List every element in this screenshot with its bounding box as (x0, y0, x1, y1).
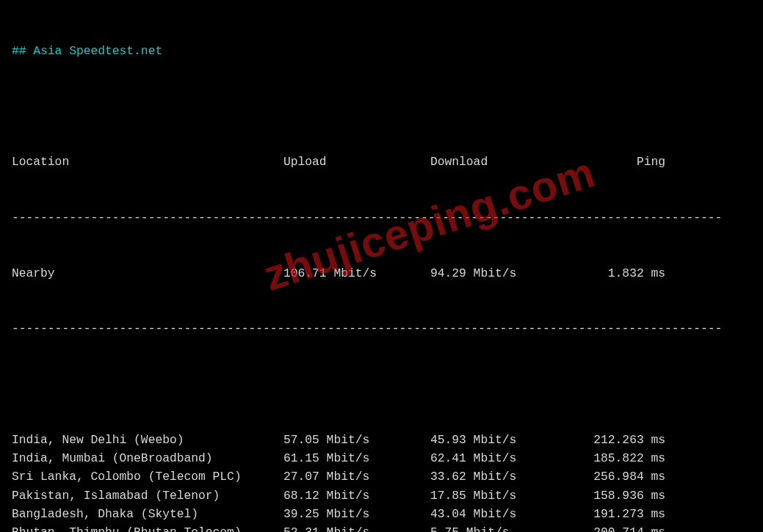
cell-ping: 1.832 ms (585, 264, 665, 283)
col-ping: Ping (585, 153, 665, 171)
table-row: Bhutan, Thimphu (Bhutan Telecom)52.31 Mb… (12, 523, 756, 532)
section-header: ## Asia Speedtest.net (12, 42, 756, 60)
divider-line: ----------------------------------------… (12, 319, 756, 338)
cell-location: India, New Delhi (Weebo) (12, 431, 283, 449)
nearby-row: Nearby106.71 Mbit/s94.29 Mbit/s1.832 ms (12, 264, 756, 283)
table-row: India, New Delhi (Weebo)57.05 Mbit/s45.9… (12, 431, 756, 449)
table-body: India, New Delhi (Weebo)57.05 Mbit/s45.9… (12, 431, 756, 532)
cell-ping: 185.822 ms (585, 449, 665, 467)
terminal-output: ## Asia Speedtest.net LocationUploadDown… (0, 0, 763, 532)
cell-ping: 256.984 ms (585, 467, 665, 486)
cell-ping: 158.936 ms (585, 487, 665, 505)
table-row: Bangladesh, Dhaka (Skytel)39.25 Mbit/s43… (12, 505, 756, 523)
cell-download: 43.04 Mbit/s (430, 505, 585, 523)
cell-upload: 61.15 Mbit/s (283, 449, 430, 467)
table-row: India, Mumbai (OneBroadband)61.15 Mbit/s… (12, 449, 756, 467)
cell-location: Sri Lanka, Colombo (Telecom PLC) (12, 467, 283, 486)
blank-line (12, 97, 756, 115)
cell-download: 5.75 Mbit/s (430, 523, 585, 532)
column-headers: LocationUploadDownloadPing (12, 153, 756, 171)
blank-line (12, 375, 756, 393)
cell-download: 62.41 Mbit/s (430, 449, 585, 467)
cell-upload: 52.31 Mbit/s (283, 523, 430, 532)
cell-ping: 191.273 ms (585, 505, 665, 523)
table-row: Pakistan, Islamabad (Telenor)68.12 Mbit/… (12, 487, 756, 505)
cell-ping: 200.714 ms (585, 523, 665, 532)
cell-location: Bangladesh, Dhaka (Skytel) (12, 505, 283, 523)
cell-download: 33.62 Mbit/s (430, 467, 585, 486)
divider-line: ----------------------------------------… (12, 208, 756, 227)
table-row: Sri Lanka, Colombo (Telecom PLC)27.07 Mb… (12, 467, 756, 486)
cell-download: 45.93 Mbit/s (430, 431, 585, 449)
cell-upload: 106.71 Mbit/s (283, 264, 430, 283)
cell-download: 17.85 Mbit/s (430, 487, 585, 505)
cell-download: 94.29 Mbit/s (430, 264, 585, 283)
col-download: Download (430, 153, 585, 171)
cell-location: India, Mumbai (OneBroadband) (12, 449, 283, 467)
cell-location: Pakistan, Islamabad (Telenor) (12, 487, 283, 505)
cell-upload: 39.25 Mbit/s (283, 505, 430, 523)
cell-upload: 68.12 Mbit/s (283, 487, 430, 505)
cell-location: Nearby (12, 264, 283, 283)
col-location: Location (12, 153, 283, 171)
cell-location: Bhutan, Thimphu (Bhutan Telecom) (12, 523, 283, 532)
cell-upload: 57.05 Mbit/s (283, 431, 430, 449)
col-upload: Upload (283, 153, 430, 171)
cell-upload: 27.07 Mbit/s (283, 467, 430, 486)
cell-ping: 212.263 ms (585, 431, 665, 449)
